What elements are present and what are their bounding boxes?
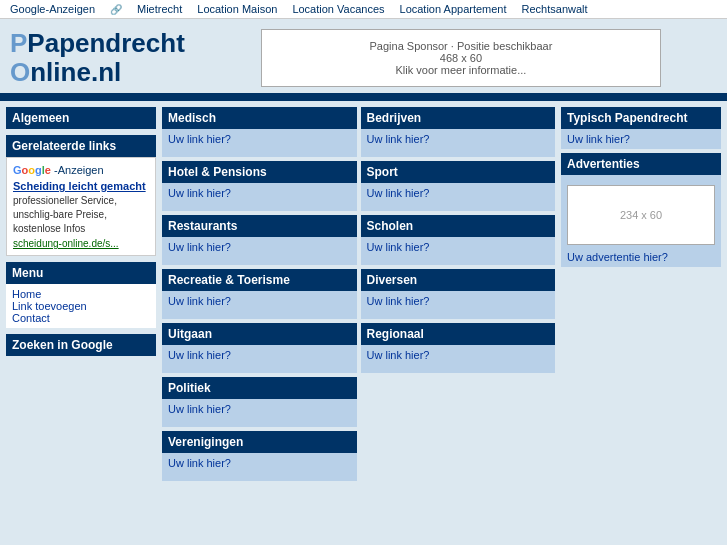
menu-section: Menu Home Link toevoegen Contact xyxy=(6,262,156,328)
advertenties-header: Advertenties xyxy=(561,153,721,175)
cat-scholen-header: Scholen xyxy=(361,215,556,237)
logo-line1: PPapendrecht xyxy=(10,29,185,58)
zoeken-header: Zoeken in Google xyxy=(6,334,156,356)
right-sidebar: Typisch Papendrecht Uw link hier? Advert… xyxy=(561,107,721,481)
nav-location-maison[interactable]: Location Maison xyxy=(197,3,277,15)
cat-uitgaan-link[interactable]: Uw link hier? xyxy=(168,349,231,361)
cat-verenigingen-link[interactable]: Uw link hier? xyxy=(168,457,231,469)
algemeen-section: Algemeen xyxy=(6,107,156,129)
cat-hotel: Hotel & Pensions Uw link hier? xyxy=(162,161,357,211)
google-ad-box: Google -Anzeigen Scheiding leicht gemach… xyxy=(6,157,156,256)
menu-content: Home Link toevoegen Contact xyxy=(6,284,156,328)
google-icon: 🔗 xyxy=(110,4,122,15)
cat-diversen-body: Uw link hier? xyxy=(361,291,556,319)
cat-recreatie-header: Recreatie & Toerisme xyxy=(162,269,357,291)
cat-diversen-header: Diversen xyxy=(361,269,556,291)
center-content: Medisch Uw link hier? Bedrijven Uw link … xyxy=(162,107,555,481)
cat-hotel-header: Hotel & Pensions xyxy=(162,161,357,183)
ad-title-link[interactable]: Scheiding leicht gemacht xyxy=(13,180,149,192)
nav-mietrecht[interactable]: Mietrecht xyxy=(137,3,182,15)
cat-politiek-body: Uw link hier? xyxy=(162,399,357,427)
typisch-section: Typisch Papendrecht Uw link hier? xyxy=(561,107,721,149)
sponsor-line3: Klik voor meer informatie... xyxy=(272,64,650,76)
cat-regionaal-link[interactable]: Uw link hier? xyxy=(367,349,430,361)
cat-medisch-link[interactable]: Uw link hier? xyxy=(168,133,231,145)
cat-sport: Sport Uw link hier? xyxy=(361,161,556,211)
page-header: PPapendrecht Online.nl Pagina Sponsor · … xyxy=(0,19,727,87)
cat-regionaal: Regionaal Uw link hier? xyxy=(361,323,556,373)
cat-hotel-body: Uw link hier? xyxy=(162,183,357,211)
gerelateerde-section: Gerelateerde links Google -Anzeigen Sche… xyxy=(6,135,156,256)
cat-uitgaan: Uitgaan Uw link hier? xyxy=(162,323,357,373)
cat-hotel-link[interactable]: Uw link hier? xyxy=(168,187,231,199)
ad-link[interactable]: Uw advertentie hier? xyxy=(567,251,668,263)
nav-location-vacances[interactable]: Location Vacances xyxy=(292,3,384,15)
ad-box: 234 x 60 xyxy=(567,185,715,245)
ad-url-link[interactable]: scheidung-online.de/s... xyxy=(13,238,149,249)
menu-header: Menu xyxy=(6,262,156,284)
row-3: Restaurants Uw link hier? Scholen Uw lin… xyxy=(162,215,555,265)
ad-desc: professioneller Service, unschlig-bare P… xyxy=(13,195,117,234)
cat-politiek-link[interactable]: Uw link hier? xyxy=(168,403,231,415)
cat-diversen-link[interactable]: Uw link hier? xyxy=(367,295,430,307)
cat-bedrijven-body: Uw link hier? xyxy=(361,129,556,157)
cat-bedrijven: Bedrijven Uw link hier? xyxy=(361,107,556,157)
cat-recreatie-body: Uw link hier? xyxy=(162,291,357,319)
algemeen-header: Algemeen xyxy=(6,107,156,129)
cat-medisch: Medisch Uw link hier? xyxy=(162,107,357,157)
cat-recreatie: Recreatie & Toerisme Uw link hier? xyxy=(162,269,357,319)
typisch-body: Uw link hier? xyxy=(561,129,721,149)
cat-politiek-header: Politiek xyxy=(162,377,357,399)
cat-restaurants-header: Restaurants xyxy=(162,215,357,237)
row-7: Verenigingen Uw link hier? xyxy=(162,431,555,481)
cat-medisch-body: Uw link hier? xyxy=(162,129,357,157)
cat-verenigingen-header: Verenigingen xyxy=(162,431,357,453)
sponsor-line1: Pagina Sponsor · Positie beschikbaar xyxy=(272,40,650,52)
cat-verenigingen: Verenigingen Uw link hier? xyxy=(162,431,357,481)
cat-sport-link[interactable]: Uw link hier? xyxy=(367,187,430,199)
menu-link-toevoegen[interactable]: Link toevoegen xyxy=(12,300,87,312)
zoeken-section: Zoeken in Google xyxy=(6,334,156,356)
site-logo: PPapendrecht Online.nl xyxy=(10,29,185,86)
cat-scholen: Scholen Uw link hier? xyxy=(361,215,556,265)
cat-bedrijven-link[interactable]: Uw link hier? xyxy=(367,133,430,145)
sponsor-line2: 468 x 60 xyxy=(272,52,650,64)
logo-line2-text: nline.nl xyxy=(30,57,121,87)
typisch-link[interactable]: Uw link hier? xyxy=(567,133,630,145)
advertenties-section: Advertenties 234 x 60 Uw advertentie hie… xyxy=(561,153,721,267)
logo-line2: Online.nl xyxy=(10,58,185,87)
cat-diversen: Diversen Uw link hier? xyxy=(361,269,556,319)
cat-bedrijven-header: Bedrijven xyxy=(361,107,556,129)
cat-scholen-link[interactable]: Uw link hier? xyxy=(367,241,430,253)
cat-uitgaan-body: Uw link hier? xyxy=(162,345,357,373)
row-4: Recreatie & Toerisme Uw link hier? Diver… xyxy=(162,269,555,319)
cat-restaurants: Restaurants Uw link hier? xyxy=(162,215,357,265)
sponsor-box[interactable]: Pagina Sponsor · Positie beschikbaar 468… xyxy=(261,29,661,87)
row-1: Medisch Uw link hier? Bedrijven Uw link … xyxy=(162,107,555,157)
nav-location-appartement[interactable]: Location Appartement xyxy=(400,3,507,15)
ad-size-label: 234 x 60 xyxy=(620,209,662,221)
left-sidebar: Algemeen Gerelateerde links Google -Anze… xyxy=(6,107,156,481)
cat-recreatie-link[interactable]: Uw link hier? xyxy=(168,295,231,307)
cat-restaurants-link[interactable]: Uw link hier? xyxy=(168,241,231,253)
cat-sport-body: Uw link hier? xyxy=(361,183,556,211)
anzeigen-text: -Anzeigen xyxy=(54,164,104,176)
cat-uitgaan-header: Uitgaan xyxy=(162,323,357,345)
nav-rechtsanwalt[interactable]: Rechtsanwalt xyxy=(522,3,588,15)
top-nav-bar: Google-Anzeigen 🔗 Mietrecht Location Mai… xyxy=(0,0,727,19)
cat-restaurants-body: Uw link hier? xyxy=(162,237,357,265)
cat-medisch-header: Medisch xyxy=(162,107,357,129)
row-6: Politiek Uw link hier? xyxy=(162,377,555,427)
advertenties-body: 234 x 60 Uw advertentie hier? xyxy=(561,175,721,267)
google-anzeigen-label: Google -Anzeigen xyxy=(13,164,104,176)
menu-contact[interactable]: Contact xyxy=(12,312,50,324)
cat-regionaal-header: Regionaal xyxy=(361,323,556,345)
main-layout: Algemeen Gerelateerde links Google -Anze… xyxy=(0,101,727,487)
row-5: Uitgaan Uw link hier? Regionaal Uw link … xyxy=(162,323,555,373)
menu-home[interactable]: Home xyxy=(12,288,41,300)
cat-scholen-body: Uw link hier? xyxy=(361,237,556,265)
cat-regionaal-body: Uw link hier? xyxy=(361,345,556,373)
row-2: Hotel & Pensions Uw link hier? Sport Uw … xyxy=(162,161,555,211)
google-anzeigen-link[interactable]: Google-Anzeigen xyxy=(10,3,95,15)
navbar xyxy=(0,93,727,101)
